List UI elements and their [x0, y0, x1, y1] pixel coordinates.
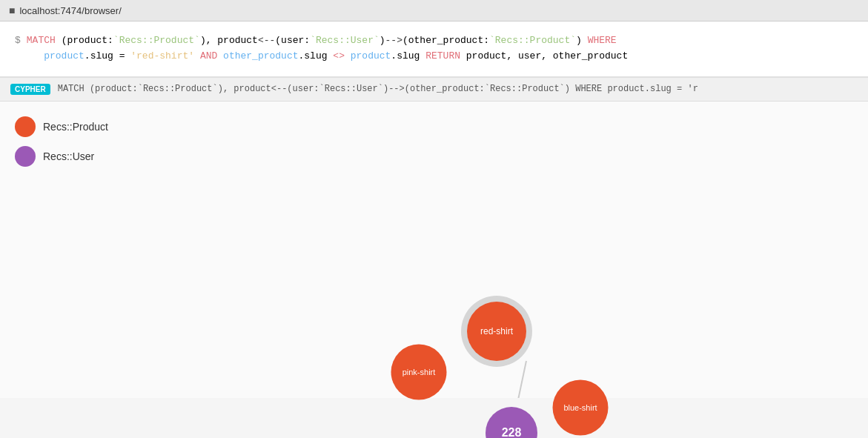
query-rest: product, user, other_product [460, 50, 628, 62]
legend-dot-user [15, 146, 36, 167]
query-indent [15, 49, 38, 64]
legend-label-product: Recs::Product [43, 121, 108, 133]
query-dot4: .slug [391, 50, 425, 62]
kw-ne: <> [333, 50, 345, 62]
node-pink-shirt[interactable]: pink-shirt [391, 344, 447, 399]
legend-item-user: Recs::User [15, 146, 853, 167]
kw-product-2: product [345, 50, 391, 62]
query-section: $ MATCH (product:`Recs::Product`), produ… [0, 21, 868, 78]
kw-and: AND [194, 50, 223, 62]
arrow1: <-- [258, 35, 275, 46]
node-blue-shirt[interactable]: blue-shirt [553, 379, 609, 435]
cypher-bar: CYPHER MATCH (product:`Recs::Product`), … [0, 78, 868, 102]
query-line-1: $ MATCH (product:`Recs::Product`), produ… [15, 33, 853, 49]
title-bar: ■ localhost:7474/browser/ [0, 0, 868, 21]
url-text: localhost:7474/browser/ [19, 5, 121, 16]
query-text-line2: product.slug = 'red-shirt' AND other_pro… [44, 49, 628, 64]
query-part2: ), product [200, 35, 258, 46]
cypher-query-text: MATCH (product:`Recs::Product`), product… [58, 84, 698, 94]
arrow2: --> [385, 35, 402, 46]
legend: Recs::Product Recs::User [15, 116, 853, 167]
graph-area: Recs::Product Recs::User red-shirt pink-… [0, 102, 868, 398]
kw-match: MATCH [27, 35, 56, 46]
legend-dot-product [15, 116, 36, 137]
class2: `Recs::User` [310, 35, 380, 46]
class3: `Recs::Product` [489, 35, 576, 46]
query-part6: ) [576, 35, 588, 46]
query-part1: (product: [62, 35, 113, 46]
query-part5: (other_product: [402, 35, 489, 46]
query-dot2: .slug [299, 50, 334, 62]
svg-line-0 [511, 361, 526, 398]
query-value1: 'red-shirt' [130, 50, 194, 62]
class1: `Recs::Product` [113, 35, 200, 46]
query-line-2: product.slug = 'red-shirt' AND other_pro… [15, 49, 853, 64]
query-part3: (user: [275, 35, 310, 46]
legend-item-product: Recs::Product [15, 116, 853, 137]
browser-icon: ■ [9, 4, 15, 16]
cypher-badge: CYPHER [10, 84, 50, 95]
node-red-shirt[interactable]: red-shirt [467, 302, 526, 361]
node-user-228[interactable]: 228 [486, 407, 537, 438]
kw-return: RETURN [425, 50, 460, 62]
legend-label-user: Recs::User [43, 150, 94, 162]
query-text-line1: MATCH (product:`Recs::Product`), product… [27, 33, 617, 49]
query-dot1: .slug = [85, 50, 130, 62]
query-part4: ) [380, 35, 385, 46]
dollar-sign: $ [15, 33, 21, 49]
kw-product-1: product [44, 50, 85, 62]
kw-other: other_product [223, 50, 298, 62]
kw-where: WHERE [588, 35, 617, 46]
